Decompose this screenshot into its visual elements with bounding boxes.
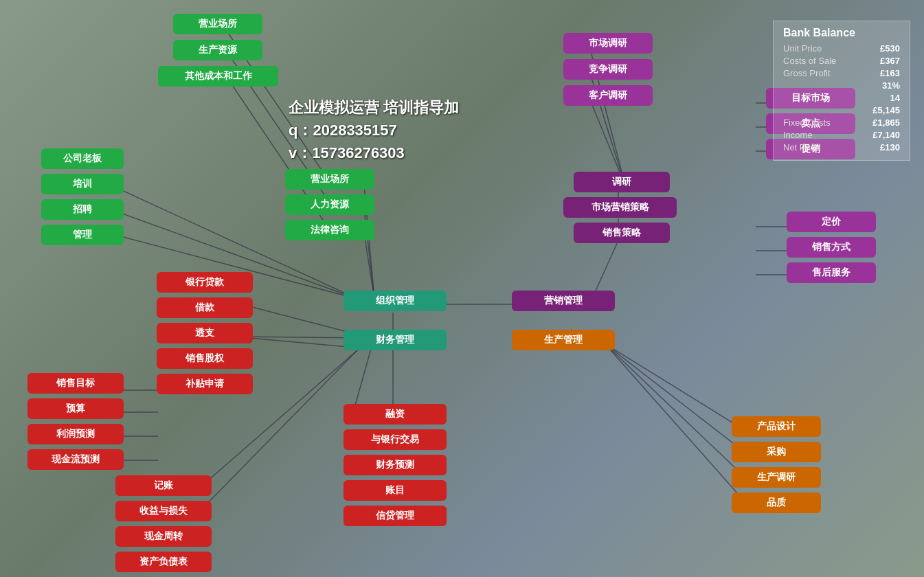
stat-row-pct: 31% (783, 80, 900, 91)
node-yy-place[interactable]: 营业场所 (285, 169, 374, 190)
node-yy-place-top[interactable]: 营业场所 (173, 14, 262, 34)
node-profit-forecast[interactable]: 利润预测 (27, 424, 124, 444)
node-sell-method[interactable]: 销售方式 (787, 237, 876, 258)
node-recruit[interactable]: 招聘 (41, 199, 124, 220)
stat-row-5145: £5,145 (783, 105, 900, 115)
costs-value: £367 (880, 56, 900, 66)
node-fin-mgmt[interactable]: 财务管理 (343, 330, 447, 350)
node-prod-res-top[interactable]: 生产资源 (173, 40, 262, 60)
stat-row-costs: Costs of Sale £367 (783, 56, 900, 66)
node-purchase[interactable]: 采购 (732, 442, 821, 462)
node-sell-rights[interactable]: 销售股权 (157, 348, 253, 369)
node-mkt-mgmt[interactable]: 营销管理 (512, 291, 615, 311)
node-profit-loss[interactable]: 收益与损失 (115, 501, 212, 521)
stat-row-fixed: Fixed Costs £1,865 (783, 117, 900, 128)
node-cashflow-turn[interactable]: 现金周转 (115, 526, 212, 547)
net-value: £130 (880, 142, 900, 152)
node-prod-design[interactable]: 产品设计 (732, 416, 821, 437)
5145-value: £5,145 (872, 105, 900, 115)
node-financing[interactable]: 融资 (343, 404, 447, 425)
node-mkt-strategy[interactable]: 市场营销策略 (563, 197, 677, 218)
bank-balance-title: Bank Balance (783, 27, 900, 39)
node-prod-mgmt[interactable]: 生产管理 (512, 330, 615, 350)
node-customer-research[interactable]: 客户调研 (563, 85, 653, 106)
node-subsidy[interactable]: 补贴申请 (157, 374, 253, 394)
node-overdraft[interactable]: 透支 (157, 323, 253, 343)
node-legal[interactable]: 法律咨询 (285, 220, 374, 240)
gross-label: Gross Profit (783, 68, 831, 78)
gross-value: £163 (880, 68, 900, 78)
node-manage[interactable]: 管理 (41, 225, 124, 245)
stat-row-income: Income £7,140 (783, 130, 900, 140)
node-sell-strategy[interactable]: 销售策略 (574, 223, 670, 243)
node-prod-research[interactable]: 生产调研 (732, 467, 821, 488)
unit-price-label: Unit Price (783, 43, 822, 54)
pct-value: 31% (882, 80, 900, 91)
node-borrow[interactable]: 借款 (157, 297, 253, 318)
stat-row-14: 14 (783, 93, 900, 103)
node-compete-research[interactable]: 竞争调研 (563, 59, 653, 80)
node-market-research[interactable]: 市场调研 (563, 33, 653, 54)
node-fin-forecast[interactable]: 财务预测 (343, 455, 447, 475)
node-training[interactable]: 培训 (41, 174, 124, 194)
fixed-label: Fixed Costs (783, 117, 831, 128)
stats-panel: Bank Balance Unit Price £530 Costs of Sa… (773, 21, 910, 161)
net-label: Net Profit (783, 142, 820, 152)
node-cashflow-forecast[interactable]: 现金流预测 (27, 449, 124, 470)
income-value: £7,140 (872, 130, 900, 140)
14-value: 14 (890, 93, 900, 103)
income-label: Income (783, 130, 813, 140)
node-credit-mgmt[interactable]: 信贷管理 (343, 506, 447, 526)
node-after-service[interactable]: 售后服务 (787, 262, 876, 283)
stat-row-net: Net Profit £130 (783, 142, 900, 152)
fixed-value: £1,865 (872, 117, 900, 128)
unit-price-value: £530 (880, 43, 900, 54)
node-assets-liab[interactable]: 资产负债表 (115, 552, 212, 572)
node-bookkeep[interactable]: 记账 (115, 475, 212, 496)
costs-label: Costs of Sale (783, 56, 836, 66)
node-org-mgmt[interactable]: 组织管理 (343, 291, 447, 311)
node-accounts[interactable]: 账目 (343, 480, 447, 501)
node-other-cost-top[interactable]: 其他成本和工作 (158, 66, 278, 87)
node-quality[interactable]: 品质 (732, 493, 821, 513)
stat-row-unit-price: Unit Price £530 (783, 43, 900, 54)
node-company-boss[interactable]: 公司老板 (41, 148, 124, 169)
node-sell-target[interactable]: 销售目标 (27, 373, 124, 394)
node-bank-loan[interactable]: 银行贷款 (157, 272, 253, 293)
node-research[interactable]: 调研 (574, 172, 670, 192)
node-hr[interactable]: 人力资源 (285, 194, 374, 215)
stat-row-gross: Gross Profit £163 (783, 68, 900, 78)
node-budget[interactable]: 预算 (27, 398, 124, 419)
node-bank-trans[interactable]: 与银行交易 (343, 429, 447, 450)
node-pricing[interactable]: 定价 (787, 212, 876, 232)
